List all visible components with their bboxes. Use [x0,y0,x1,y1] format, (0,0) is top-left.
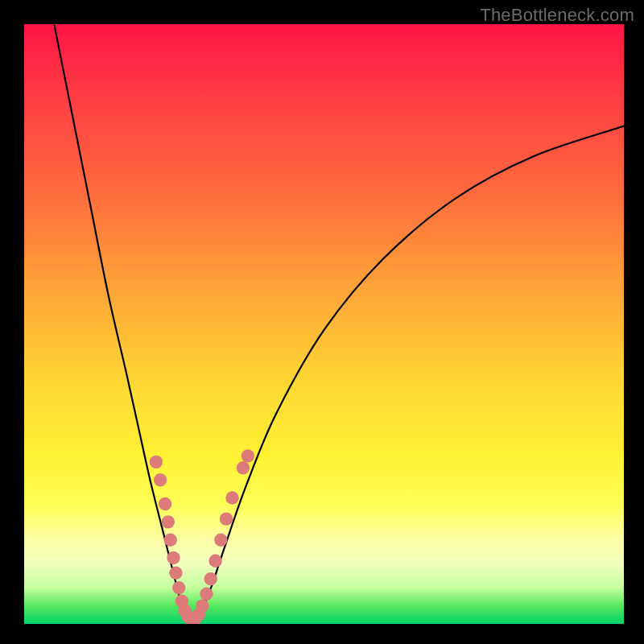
marker-dot [196,599,208,612]
curve-right [198,126,624,621]
marker-dot [159,497,171,510]
marker-dot [204,572,217,585]
marker-dot [167,551,180,564]
curve-left [54,24,186,621]
marker-dot [172,581,185,594]
marker-dot [154,473,167,486]
marker-dot [208,555,221,568]
marker-dot [164,534,177,547]
marker-dots [150,449,254,624]
curve-layer [24,24,624,624]
marker-dot [214,534,227,547]
marker-dot [169,566,182,579]
marker-dot [162,515,175,528]
marker-dot [200,588,213,601]
plot-area [24,24,624,624]
marker-dot [150,456,163,469]
marker-dot [225,491,238,504]
chart-frame: TheBottleneck.com [0,0,644,644]
marker-dot [242,449,254,462]
marker-dot [237,461,250,474]
watermark-text: TheBottleneck.com [480,5,634,26]
marker-dot [220,512,233,525]
